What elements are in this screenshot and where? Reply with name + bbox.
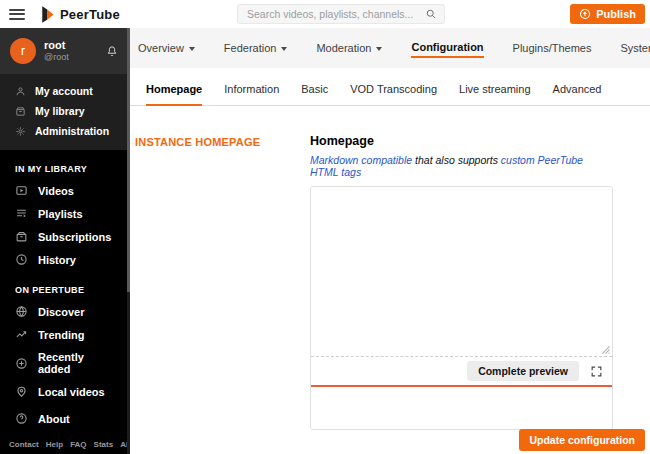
peertube-logo-icon[interactable] [40, 5, 55, 24]
admin-nav-moderation[interactable]: Moderation [316, 39, 382, 57]
search-input[interactable] [238, 8, 425, 20]
sidebar-item-discover[interactable]: Discover [0, 300, 130, 323]
sidebar-item-label: Administration [35, 125, 109, 137]
sidebar-item-videos[interactable]: Videos [0, 179, 130, 202]
subscriptions-icon [15, 230, 28, 243]
chevron-down-icon [281, 47, 287, 51]
sidebar-item-label: Local videos [38, 386, 105, 398]
user-handle: @root [44, 52, 97, 63]
update-configuration-button[interactable]: Update configuration [519, 429, 645, 451]
homepage-textarea[interactable] [311, 187, 612, 356]
notifications-bell-icon[interactable] [105, 44, 119, 59]
sidebar-item-trending[interactable]: Trending [0, 323, 130, 346]
resize-grip-icon[interactable] [601, 345, 610, 354]
hint-text: that also supports [412, 154, 501, 166]
footer-link-stats[interactable]: Stats [94, 440, 114, 449]
sidebar-item-playlists[interactable]: Playlists [0, 202, 130, 225]
tab-vod-transcoding[interactable]: VOD Transcoding [350, 83, 437, 105]
sidebar-item-label: Playlists [38, 208, 83, 220]
chevron-down-icon [376, 47, 382, 51]
admin-nav-overview[interactable]: Overview [138, 39, 195, 57]
add-circle-icon [15, 357, 28, 370]
sidebar-item-label: Subscriptions [38, 231, 111, 243]
sidebar-item-label: About [38, 413, 70, 425]
sidebar-item-local-videos[interactable]: Local videos [0, 380, 130, 403]
publish-button[interactable]: Publish [570, 4, 645, 24]
section-in-my-library: IN MY LIBRARY Videos Playlists [0, 161, 130, 271]
sidebar-item-label: Trending [38, 329, 84, 341]
sidebar-item-my-library[interactable]: My library [0, 101, 130, 121]
admin-nav-plugins-themes[interactable]: Plugins/Themes [513, 39, 592, 57]
config-content: INSTANCE HOMEPAGE Homepage Markdown comp… [130, 106, 650, 430]
map-pin-icon [15, 385, 28, 398]
sidebar-item-label: My account [35, 85, 93, 97]
section-title: ON PEERTUBE [0, 282, 130, 300]
complete-preview-button[interactable]: Complete preview [467, 361, 579, 381]
sidebar-item-about[interactable]: About [0, 407, 130, 430]
user-name[interactable]: root [44, 39, 97, 52]
footer-link-help[interactable]: Help [46, 440, 63, 449]
tab-basic[interactable]: Basic [301, 83, 328, 105]
sidebar: r root @root My account [0, 28, 130, 454]
search-icon[interactable] [425, 8, 437, 20]
library-icon [15, 106, 26, 117]
section-label-instance-homepage: INSTANCE HOMEPAGE [135, 134, 310, 430]
avatar[interactable]: r [10, 38, 36, 64]
playlist-icon [15, 207, 28, 220]
section-on-peertube: ON PEERTUBE Discover Trending [0, 282, 130, 403]
admin-nav: Overview Federation Moderation Configura… [130, 28, 650, 68]
sidebar-item-label: History [38, 254, 76, 266]
tab-homepage[interactable]: Homepage [146, 83, 202, 106]
trending-icon [15, 328, 28, 341]
user-block: r root @root [0, 28, 130, 74]
sidebar-item-my-account[interactable]: My account [0, 81, 130, 101]
brand-title[interactable]: PeerTube [60, 7, 120, 22]
search-box [237, 4, 445, 24]
preview-pane [311, 387, 612, 429]
tab-live-streaming[interactable]: Live streaming [459, 83, 531, 105]
field-label-homepage: Homepage [310, 134, 613, 148]
video-icon [15, 184, 28, 197]
sidebar-item-recently-added[interactable]: Recently added [0, 346, 130, 380]
preview-toolbar: Complete preview [311, 357, 612, 385]
sidebar-item-label: Recently added [38, 351, 115, 375]
history-icon [15, 253, 28, 266]
tab-information[interactable]: Information [224, 83, 279, 105]
publish-label: Publish [596, 8, 636, 20]
admin-nav-federation[interactable]: Federation [224, 39, 288, 57]
footer-link-faq[interactable]: FAQ [70, 440, 86, 449]
upload-icon [579, 8, 591, 20]
markdown-hint: Markdown compatible that also supports c… [310, 154, 613, 178]
section-title: IN MY LIBRARY [0, 161, 130, 179]
account-menu: My account My library Administration [0, 74, 130, 150]
footer-link-contact[interactable]: Contact [9, 440, 39, 449]
config-tabs: Homepage Information Basic VOD Transcodi… [130, 68, 650, 106]
sidebar-item-subscriptions[interactable]: Subscriptions [0, 225, 130, 248]
tab-advanced[interactable]: Advanced [553, 83, 602, 105]
user-icon [15, 86, 26, 97]
sidebar-footer: Contact Help FAQ Stats API Keyboard shor… [0, 440, 130, 454]
gear-icon [15, 126, 26, 137]
sidebar-item-label: My library [35, 105, 85, 117]
admin-nav-configuration[interactable]: Configuration [411, 38, 483, 58]
sidebar-item-label: Videos [38, 185, 74, 197]
sidebar-item-administration[interactable]: Administration [0, 121, 130, 141]
globe-icon [15, 305, 28, 318]
admin-nav-system[interactable]: System [620, 39, 650, 57]
markdown-compatible-link[interactable]: Markdown compatible [310, 154, 412, 166]
top-header: PeerTube Publish [0, 0, 650, 28]
sidebar-item-history[interactable]: History [0, 248, 130, 271]
chevron-down-icon [189, 47, 195, 51]
help-circle-icon [15, 412, 28, 425]
maximize-icon[interactable] [590, 365, 603, 378]
main-area: Overview Federation Moderation Configura… [130, 28, 650, 454]
markdown-editor: Complete preview [310, 186, 613, 430]
sidebar-item-label: Discover [38, 306, 84, 318]
footer-links-row: Contact Help FAQ Stats API [9, 440, 130, 449]
menu-toggle-icon[interactable] [9, 9, 25, 20]
